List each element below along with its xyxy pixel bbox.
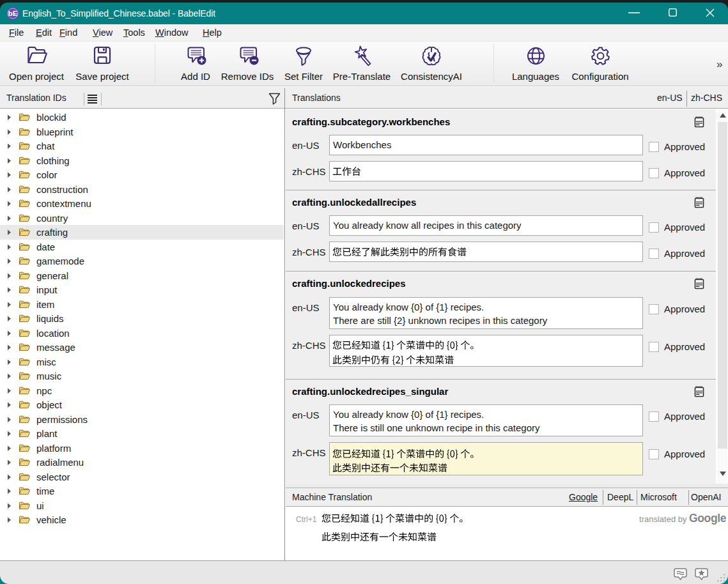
svg-text:bE: bE bbox=[8, 10, 18, 17]
